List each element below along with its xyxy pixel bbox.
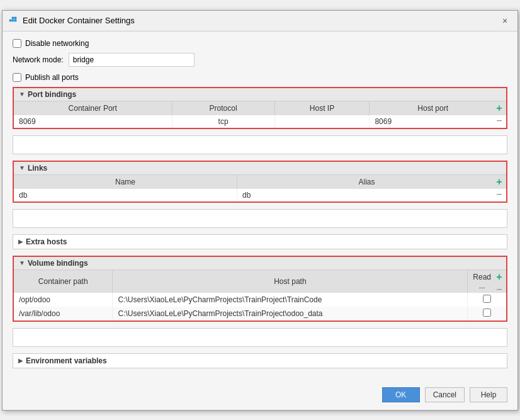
docker-icon xyxy=(9,16,19,26)
cell-host-path-2: C:\Users\XiaoLeLe\PyCharmProjects\TrainP… xyxy=(113,307,468,321)
cell-container-path-1: /opt/odoo xyxy=(14,293,113,307)
dialog-container: Edit Docker Container Settings × Disable… xyxy=(2,10,518,411)
col-host-ip: Host IP xyxy=(274,101,370,115)
volume-bindings-section: ▼ Volume bindings Container path Host pa… xyxy=(13,256,507,322)
volume-bindings-buttons: + − xyxy=(494,271,505,295)
volume-bindings-table: Container path Host path Read ... /opt/o… xyxy=(14,270,506,321)
publish-all-ports-checkbox[interactable] xyxy=(13,73,21,82)
svg-rect-2 xyxy=(14,20,16,21)
cell-host-path-1: C:\Users\XiaoLeLe\PyCharmProjects\TrainP… xyxy=(113,293,468,307)
minus-icon: − xyxy=(496,285,502,295)
disable-networking-row: Disable networking xyxy=(13,39,507,48)
port-bindings-collapse[interactable]: ▼ xyxy=(19,91,25,98)
table-row: 8069 tcp 8069 xyxy=(14,115,506,128)
svg-rect-0 xyxy=(9,20,11,21)
table-row: db db xyxy=(14,189,506,201)
links-extra-area xyxy=(13,209,507,228)
minus-icon: − xyxy=(496,116,502,126)
table-row: /var/lib/odoo C:\Users\XiaoLeLe\PyCharmP… xyxy=(14,307,506,321)
plus-icon: + xyxy=(496,103,502,113)
port-bindings-header: ▼ Port bindings xyxy=(14,88,506,101)
svg-rect-1 xyxy=(12,20,14,21)
cell-container-port: 8069 xyxy=(14,115,172,128)
add-link-button[interactable]: + xyxy=(494,176,505,188)
col-link-name: Name xyxy=(14,175,237,189)
cell-host-port: 8069 xyxy=(370,115,506,128)
publish-all-ports-label: Publish all ports xyxy=(25,73,79,82)
svg-rect-3 xyxy=(12,17,14,19)
cell-link-name: db xyxy=(14,189,237,201)
environment-variables-section: ▶ Environment variables xyxy=(13,353,507,368)
add-port-binding-button[interactable]: + xyxy=(494,103,505,114)
port-bindings-title: Port bindings xyxy=(28,90,76,99)
dialog-content: Disable networking Network mode: Publish… xyxy=(3,31,517,382)
readonly-checkbox-2[interactable] xyxy=(483,309,491,317)
cell-link-alias: db xyxy=(237,189,506,201)
links-title: Links xyxy=(28,164,47,173)
readonly-checkbox-1[interactable] xyxy=(483,295,491,303)
env-header: ▶ Environment variables xyxy=(13,354,507,368)
dialog-title: Edit Docker Container Settings xyxy=(23,16,135,25)
title-bar-left: Edit Docker Container Settings xyxy=(9,16,135,26)
publish-ports-row: Publish all ports xyxy=(13,73,507,82)
table-row: /opt/odoo C:\Users\XiaoLeLe\PyCharmProje… xyxy=(14,293,506,307)
links-table: Name Alias db db xyxy=(14,175,506,201)
port-bindings-extra-area xyxy=(13,135,507,154)
extra-hosts-header: ▶ Extra hosts xyxy=(13,235,507,249)
links-buttons: + − xyxy=(494,176,505,200)
network-mode-row: Network mode: xyxy=(13,53,507,67)
cell-protocol: tcp xyxy=(172,115,274,128)
port-bindings-section: ▼ Port bindings Container Port Protocol … xyxy=(13,87,507,129)
volume-bindings-table-wrapper: Container path Host path Read ... /opt/o… xyxy=(14,270,506,321)
extra-hosts-section: ▶ Extra hosts xyxy=(13,234,507,249)
add-volume-binding-button[interactable]: + xyxy=(494,271,505,283)
volume-bindings-extra-area xyxy=(13,328,507,347)
volume-bindings-header: ▼ Volume bindings xyxy=(14,257,506,270)
port-bindings-buttons: + − xyxy=(494,103,505,127)
links-header: ▼ Links xyxy=(14,162,506,175)
remove-volume-binding-button[interactable]: − xyxy=(494,284,505,295)
env-title: Environment variables xyxy=(26,356,107,365)
extra-hosts-collapse[interactable]: ▶ xyxy=(18,238,23,245)
bottom-buttons: OK Cancel Help xyxy=(3,382,517,410)
title-bar: Edit Docker Container Settings × xyxy=(3,11,517,31)
disable-networking-checkbox[interactable] xyxy=(13,39,21,48)
env-collapse[interactable]: ▶ xyxy=(18,357,23,364)
links-table-wrapper: Name Alias db db + xyxy=(14,175,506,201)
cell-readonly-2 xyxy=(468,307,506,321)
network-mode-label: Network mode: xyxy=(13,55,64,64)
extra-hosts-title: Extra hosts xyxy=(26,237,67,246)
port-bindings-table-wrapper: Container Port Protocol Host IP Host por… xyxy=(14,101,506,128)
col-link-alias: Alias xyxy=(237,175,506,189)
minus-icon: − xyxy=(496,190,502,200)
plus-icon: + xyxy=(496,177,502,187)
col-protocol: Protocol xyxy=(172,101,274,115)
col-container-port: Container Port xyxy=(14,101,172,115)
cancel-button[interactable]: Cancel xyxy=(425,387,465,402)
links-collapse[interactable]: ▼ xyxy=(19,164,25,171)
volume-bindings-collapse[interactable]: ▼ xyxy=(19,259,25,266)
cell-container-path-2: /var/lib/odoo xyxy=(14,307,113,321)
plus-icon: + xyxy=(496,272,502,282)
remove-port-binding-button[interactable]: − xyxy=(494,115,505,127)
remove-link-button[interactable]: − xyxy=(494,189,505,200)
disable-networking-label: Disable networking xyxy=(25,39,89,48)
svg-rect-4 xyxy=(14,17,16,19)
help-button[interactable]: Help xyxy=(470,387,507,402)
close-button[interactable]: × xyxy=(499,14,511,27)
col-host-port: Host port xyxy=(370,101,506,115)
links-section: ▼ Links Name Alias db db xyxy=(13,161,507,203)
ok-button[interactable]: OK xyxy=(382,387,420,402)
port-bindings-table: Container Port Protocol Host IP Host por… xyxy=(14,101,506,128)
volume-bindings-title: Volume bindings xyxy=(28,259,88,268)
col-host-path: Host path xyxy=(113,270,468,293)
network-mode-input[interactable] xyxy=(69,53,195,67)
col-container-path: Container path xyxy=(14,270,113,293)
cell-host-ip xyxy=(274,115,370,128)
